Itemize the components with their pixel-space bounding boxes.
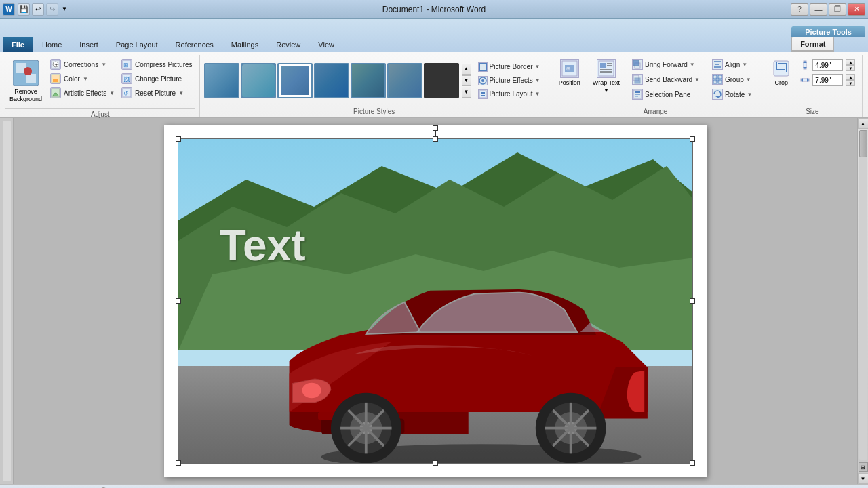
vertical-scrollbar[interactable]: ▲ ⊞ ▼	[857, 118, 868, 484]
position-button[interactable]: ⊞ Position	[553, 56, 586, 89]
send-backward-button[interactable]: Send Backward ▼	[628, 73, 704, 86]
svg-text:✦: ✦	[54, 62, 58, 67]
corrections-icon: ✦	[50, 59, 61, 70]
scroll-page-down[interactable]: ⊞	[859, 462, 868, 472]
style-thumb-7[interactable]	[424, 63, 459, 98]
compress-pictures-button[interactable]: ⊞ Compress Pictures	[119, 58, 195, 71]
style-thumb-1[interactable]	[204, 63, 239, 98]
picture-effects-button[interactable]: Picture Effects ▼	[475, 75, 543, 87]
tab-format[interactable]: Format	[791, 37, 834, 52]
svg-point-60	[302, 382, 321, 398]
picture-styles-gallery	[204, 63, 459, 98]
svg-rect-33	[633, 60, 639, 66]
tab-page-layout[interactable]: Page Layout	[107, 37, 167, 52]
reset-picture-button[interactable]: ↺ Reset Picture ▼	[119, 86, 195, 100]
quick-access-more-icon[interactable]: ▼	[60, 3, 68, 16]
picture-options-col: Picture Border ▼ Picture Effects ▼	[474, 60, 545, 102]
crop-icon	[772, 59, 791, 78]
group-button[interactable]: Group ▼	[708, 73, 756, 86]
send-backward-icon	[632, 74, 643, 85]
ribbon-group-size: Crop ▲ ▼	[762, 55, 863, 117]
handle-bottom-center[interactable]	[433, 460, 438, 466]
position-icon: ⊞	[560, 59, 579, 78]
align-button[interactable]: Align ▼	[708, 58, 756, 71]
rotate-dropdown: ▼	[747, 92, 752, 98]
height-input[interactable]	[812, 59, 843, 71]
tab-file[interactable]: File	[3, 37, 33, 52]
scroll-down-button[interactable]: ▼	[858, 473, 869, 484]
artistic-effects-button[interactable]: Artistic Effects ▼	[47, 86, 117, 100]
style-thumb-4[interactable]	[314, 63, 349, 98]
change-picture-icon: 🖼	[121, 73, 132, 84]
adjust-group-label: Adjust	[5, 108, 195, 118]
help-button[interactable]: ?	[791, 3, 808, 16]
compress-pictures-icon: ⊞	[121, 59, 132, 70]
tab-view[interactable]: View	[309, 37, 343, 52]
height-up-btn[interactable]: ▲	[846, 59, 855, 65]
close-button[interactable]: ✕	[848, 3, 865, 16]
document-area: Text ▲ ⊞ ▼	[0, 118, 868, 484]
picture-layout-button[interactable]: Picture Layout ▼	[475, 88, 543, 100]
handle-bottom-right[interactable]	[690, 460, 695, 466]
remove-background-button[interactable]: Remove Background	[5, 56, 46, 107]
tab-review[interactable]: Review	[267, 37, 309, 52]
wrap-text-dropdown-arrow: ▼	[604, 87, 609, 94]
tab-mailings[interactable]: Mailings	[222, 37, 267, 52]
document-page: Text	[164, 125, 707, 477]
scroll-up-button[interactable]: ▲	[858, 118, 869, 129]
handle-top-right[interactable]	[690, 136, 695, 142]
gallery-down-arrow[interactable]: ▼	[462, 75, 471, 86]
width-down-btn[interactable]: ▼	[846, 80, 855, 86]
undo-icon[interactable]: ↩	[32, 3, 44, 16]
gallery-up-arrow[interactable]: ▲	[462, 64, 471, 75]
minimize-button[interactable]: —	[810, 3, 827, 16]
handle-top-left[interactable]	[176, 136, 181, 142]
gallery-more-arrow[interactable]: ▼	[462, 87, 471, 98]
position-col: ⊞ Position	[553, 56, 586, 89]
document-canvas[interactable]: Text	[14, 118, 857, 484]
crop-button[interactable]: Crop	[766, 56, 796, 89]
height-down-btn[interactable]: ▼	[846, 65, 855, 71]
ribbon-group-adjust: Remove Background ✦ Corrections ▼	[1, 55, 200, 117]
color-button[interactable]: Color ▼	[47, 72, 117, 85]
redo-icon[interactable]: ↪	[46, 3, 58, 16]
change-picture-button[interactable]: 🖼 Change Picture	[119, 72, 195, 85]
picture-tools-header: Picture Tools	[791, 26, 865, 37]
image-container[interactable]: Text	[178, 138, 693, 464]
picture-border-button[interactable]: Picture Border ▼	[475, 61, 543, 73]
handle-middle-left[interactable]	[176, 298, 181, 304]
tab-insert[interactable]: Insert	[71, 37, 107, 52]
scroll-thumb[interactable]	[859, 130, 867, 157]
handle-bottom-left[interactable]	[176, 460, 181, 466]
svg-rect-37	[635, 92, 640, 93]
save-icon[interactable]: 💾	[18, 3, 30, 16]
corrections-button[interactable]: ✦ Corrections ▼	[47, 58, 117, 71]
tab-references[interactable]: References	[167, 37, 222, 52]
height-input-row: ▲ ▼	[800, 59, 855, 71]
style-thumb-2[interactable]	[241, 63, 276, 98]
rotate-button[interactable]: Rotate ▼	[708, 87, 756, 101]
ribbon-group-arrange: ⊞ Position Wrap Text ▼	[549, 55, 763, 117]
size-content: Crop ▲ ▼	[766, 56, 858, 104]
restore-button[interactable]: ❐	[829, 3, 846, 16]
style-thumb-3[interactable]	[277, 63, 313, 98]
text-overlay: Text	[220, 220, 306, 270]
handle-top-center[interactable]	[433, 136, 438, 142]
selection-pane-button[interactable]: Selection Pane	[628, 87, 704, 101]
handle-middle-right[interactable]	[690, 298, 695, 304]
svg-rect-22	[481, 95, 485, 96]
width-input[interactable]	[812, 74, 843, 86]
style-thumb-6[interactable]	[387, 63, 422, 98]
bring-forward-button[interactable]: Bring Forward ▼	[628, 58, 704, 71]
scroll-track[interactable]	[859, 130, 867, 460]
style-thumb-5[interactable]	[351, 63, 386, 98]
left-ruler	[0, 118, 14, 484]
width-up-btn[interactable]: ▲	[846, 74, 855, 80]
tab-home[interactable]: Home	[33, 37, 71, 52]
status-bar: Page: 1 of 1 Words: 1 🎤 ⊞ ⊡ ◧ ≡ ☰ − + 10…	[0, 484, 868, 488]
handle-rotate[interactable]	[433, 125, 438, 131]
size-inputs: ▲ ▼ ▲ ▼	[797, 56, 858, 89]
arrange-content: ⊞ Position Wrap Text ▼	[553, 56, 758, 104]
rotate-icon	[712, 89, 723, 100]
wrap-text-button[interactable]: Wrap Text ▼	[587, 56, 625, 96]
